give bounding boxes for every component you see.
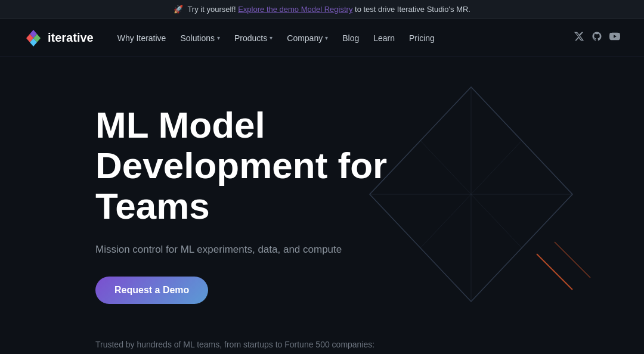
twitter-icon[interactable] xyxy=(574,31,584,45)
logo-icon xyxy=(24,29,43,48)
nav-item-pricing[interactable]: Pricing xyxy=(403,30,441,46)
banner-prefix: Try it yourself! xyxy=(187,5,236,14)
github-icon[interactable] xyxy=(592,31,602,45)
youtube-icon[interactable] xyxy=(609,31,620,45)
announcement-banner: 🚀 Try it yourself! Explore the demo Mode… xyxy=(0,0,644,19)
hero-subtitle: Mission control for ML experiments, data… xyxy=(95,241,382,257)
svg-line-14 xyxy=(555,242,590,278)
logo-text: iterative xyxy=(48,31,94,45)
nav-item-company[interactable]: Company ▾ xyxy=(281,30,334,46)
hero-headline-line1: ML Model xyxy=(95,104,265,145)
hero-headline: ML Model Development for Teams xyxy=(95,105,453,227)
hero-headline-line3: Teams xyxy=(95,185,210,226)
chevron-down-icon: ▾ xyxy=(270,35,273,41)
social-links xyxy=(574,31,620,45)
chevron-down-icon: ▾ xyxy=(325,35,328,41)
request-demo-button[interactable]: Request a Demo xyxy=(95,277,208,304)
chevron-down-icon: ▾ xyxy=(217,35,220,41)
nav-links: Why Iterative Solutions ▾ Products ▾ Com… xyxy=(112,30,564,46)
hero-headline-line2: Development for xyxy=(95,145,387,186)
banner-link[interactable]: Explore the demo Model Registry xyxy=(238,5,352,14)
trust-heading: Trusted by hundreds of ML teams, from st… xyxy=(95,340,620,349)
nav-item-products[interactable]: Products ▾ xyxy=(228,30,278,46)
hero-section: ML Model Development for Teams Mission c… xyxy=(0,57,644,328)
banner-suffix-text: to test drive Iterative Studio's MR. xyxy=(355,5,470,14)
nav-item-why-iterative[interactable]: Why Iterative xyxy=(112,30,172,46)
svg-line-13 xyxy=(537,254,572,290)
logo[interactable]: iterative xyxy=(24,29,94,48)
navbar: iterative Why Iterative Solutions ▾ Prod… xyxy=(0,19,644,57)
nav-item-learn[interactable]: Learn xyxy=(367,30,401,46)
trust-section: Trusted by hundreds of ML teams, from st… xyxy=(0,328,644,354)
rocket-emoji: 🚀 xyxy=(174,5,183,14)
svg-line-6 xyxy=(471,87,572,194)
nav-item-solutions[interactable]: Solutions ▾ xyxy=(174,30,226,46)
nav-item-blog[interactable]: Blog xyxy=(336,30,365,46)
svg-line-8 xyxy=(471,194,572,302)
